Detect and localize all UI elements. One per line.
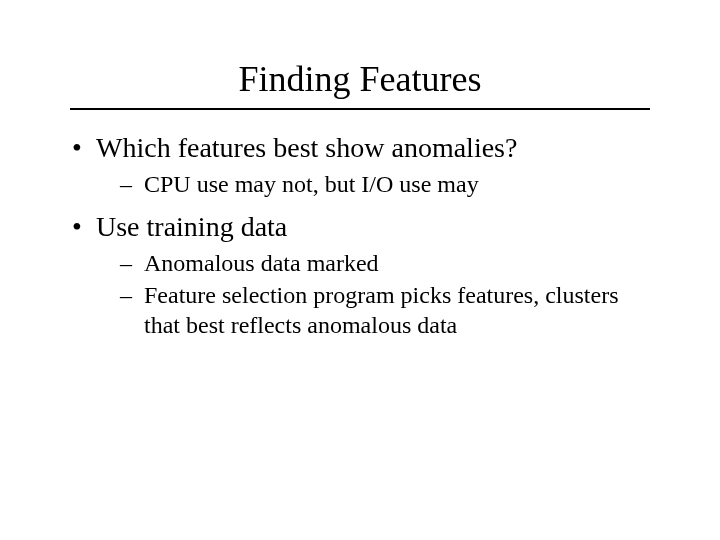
bullet-text: Which features best show anomalies? — [96, 132, 517, 163]
slide-title: Finding Features — [0, 58, 720, 100]
title-rule — [70, 108, 650, 110]
sub-bullet-text: CPU use may not, but I/O use may — [144, 171, 479, 197]
slide: Finding Features Which features best sho… — [0, 58, 720, 540]
slide-content: Which features best show anomalies? CPU … — [72, 130, 660, 340]
sub-bullet-text: Feature selection program picks features… — [144, 282, 619, 338]
bullet-text: Use training data — [96, 211, 287, 242]
sub-bullet-item: Feature selection program picks features… — [96, 280, 660, 340]
bullet-item: Which features best show anomalies? CPU … — [72, 130, 660, 199]
bullet-list: Which features best show anomalies? CPU … — [72, 130, 660, 340]
bullet-item: Use training data Anomalous data marked … — [72, 209, 660, 340]
sub-bullet-list: CPU use may not, but I/O use may — [96, 169, 660, 199]
sub-bullet-item: Anomalous data marked — [96, 248, 660, 278]
sub-bullet-list: Anomalous data marked Feature selection … — [96, 248, 660, 340]
sub-bullet-item: CPU use may not, but I/O use may — [96, 169, 660, 199]
sub-bullet-text: Anomalous data marked — [144, 250, 379, 276]
